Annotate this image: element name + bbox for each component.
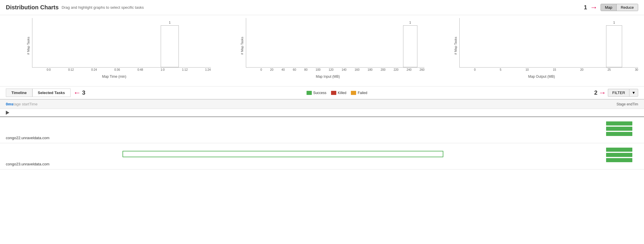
page-wrapper: Distribution Charts Drag and highlight g… [0,0,644,244]
tab-selected-tasks[interactable]: Selected Tasks [32,89,71,97]
chart-map-time-x-labels: 0:0 0:12 0:24 0:36 0:48 1:0 1:12 1:24 [47,68,211,71]
task-bar-congo23-2 [606,153,632,157]
legend: Success Killed Failed [307,91,367,95]
tab-timeline[interactable]: Timeline [6,89,32,97]
play-button[interactable] [6,111,9,115]
chart-map-input-area[interactable]: 1 [246,18,425,68]
annotation-3-arrow: ← [74,88,81,97]
filter-button[interactable]: FILTER [608,89,629,97]
task-bar-congo22-3 [606,132,632,136]
annotation-2-arrow: → [598,88,606,97]
host-row-congo22: congo22.unraveldata.com [0,117,644,143]
chart-map-input-bar-label: 1 [410,21,411,24]
legend-failed: Failed [351,91,367,95]
reduce-button[interactable]: Reduce [617,4,638,11]
tabs-section: Timeline Selected Tasks ← 3 Success Kill… [0,86,644,100]
task-bar-congo22-2 [606,127,632,131]
chart-map-output: # Map Tasks 1 0 5 10 15 20 25 30 Map Out… [445,18,638,85]
chart-map-input-y-label: # Map Tasks [240,37,244,55]
host-label-congo22: congo22.unraveldata.com [0,136,64,143]
chart-map-time-bar: 1 [161,25,178,67]
header-left: Distribution Charts Drag and highlight g… [6,4,144,11]
map-button[interactable]: Map [601,4,617,11]
timeline-section: 0mstage startTime Stage endTim congo22.u… [0,100,644,169]
chart-map-time-title: Map Time (min) [18,75,211,79]
host-row-congo23: congo23.unraveldata.com [0,143,644,169]
legend-killed-box [331,91,336,95]
legend-killed: Killed [331,91,346,95]
filter-dropdown-button[interactable]: ▼ [629,89,638,97]
page-title: Distribution Charts [6,4,59,11]
map-reduce-toggle[interactable]: Map Reduce [601,4,638,11]
chart-map-input-title: Map Input (MB) [231,75,425,79]
task-bar-congo22-1 [606,121,632,125]
chart-map-output-title: Map Output (MB) [445,75,638,79]
chart-map-time: # Map Tasks 1 0:0 0:12 0:24 0:36 0:48 1:… [18,18,211,85]
annotation-2-number: 2 [594,89,597,96]
task-bar-congo23-1 [606,148,632,152]
legend-success-label: Success [313,91,326,95]
legend-success: Success [307,91,326,95]
page-subtitle: Drag and highlight graphs to select spec… [62,5,144,10]
charts-section: # Map Tasks 1 0:0 0:12 0:24 0:36 0:48 1:… [0,15,644,86]
annotation-1-number: 1 [584,4,587,11]
header: Distribution Charts Drag and highlight g… [0,0,644,15]
chart-map-input-x-labels: 0 20 40 60 80 100 120 140 160 180 200 22… [260,68,425,71]
legend-failed-box [351,91,356,95]
chart-map-output-bar: 1 [606,25,622,67]
chart-map-time-y-label: # Map Tasks [27,37,30,55]
timeline-start-ms: 0mstage startTime [6,102,38,106]
header-right: 1 → Map Reduce [584,3,638,12]
filter-area: FILTER ▼ [608,89,638,97]
timeline-play-row [0,109,644,117]
legend-failed-label: Failed [358,91,367,95]
legend-success-box [307,91,312,95]
chart-map-time-area[interactable]: 1 [32,18,211,68]
chart-map-input-bar: 1 [403,25,417,67]
host-label-congo23: congo23.unraveldata.com [0,162,64,169]
host-tasks-congo22 [64,117,644,143]
task-bar-congo23-3 [606,158,632,162]
chart-map-output-x-labels: 0 5 10 15 20 25 30 [474,68,638,71]
annotation-3-number: 3 [82,89,85,96]
timeline-header: 0mstage startTime Stage endTim [0,100,644,109]
chart-map-output-area[interactable]: 1 [459,18,638,68]
chart-map-input: # Map Tasks 1 0 20 40 60 80 100 120 140 … [231,18,425,85]
chart-map-output-y-label: # Map Tasks [454,37,457,55]
chart-map-time-bar-label: 1 [169,21,171,24]
annotation-1-arrow: → [590,3,598,12]
host-tasks-congo23 [64,143,644,169]
legend-killed-label: Killed [338,91,346,95]
chart-map-output-bar-label: 1 [613,21,615,24]
task-bar-congo23-outline [123,151,443,157]
timeline-end-label: Stage endTim [617,102,638,106]
